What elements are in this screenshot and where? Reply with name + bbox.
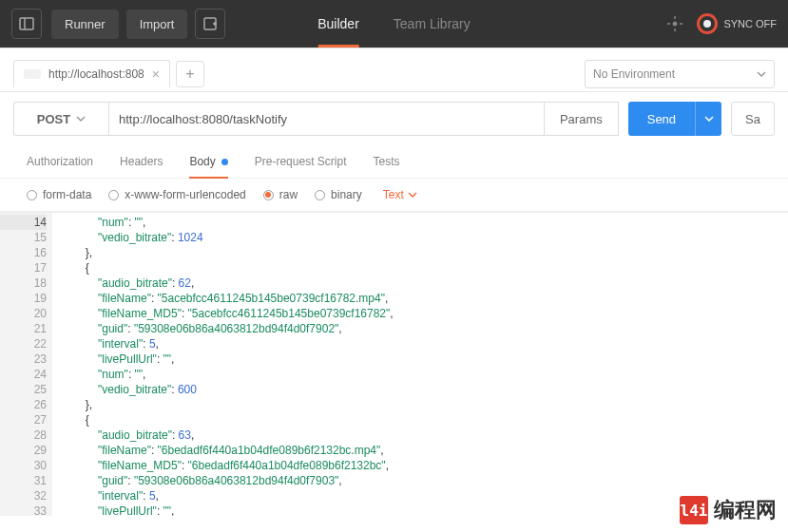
radio-urlencoded[interactable]: x-www-form-urlencoded	[108, 188, 245, 201]
topbar-center-tabs: Builder Team Library	[300, 0, 488, 48]
request-tab-label: http://localhost:808	[48, 67, 144, 81]
new-tab-button[interactable]: +	[176, 61, 204, 87]
request-tabs-row: http://localhost:808 × + No Environment	[0, 48, 788, 92]
url-row: POST Params Send Sa	[0, 92, 788, 145]
send-group: Send	[628, 102, 721, 136]
tab-favicon	[24, 69, 41, 79]
chevron-down-icon	[76, 114, 86, 124]
new-window-icon[interactable]	[195, 9, 225, 39]
svg-point-5	[673, 22, 677, 26]
url-input[interactable]	[108, 102, 545, 136]
chevron-down-icon	[757, 69, 766, 79]
svg-rect-0	[20, 18, 33, 29]
subtab-body[interactable]: Body	[189, 145, 227, 178]
raw-content-type-label: Text	[383, 188, 404, 201]
runner-button[interactable]: Runner	[51, 10, 119, 39]
radio-form-data[interactable]: form-data	[27, 188, 91, 201]
subtab-prerequest[interactable]: Pre-request Script	[255, 145, 347, 178]
radio-binary[interactable]: binary	[315, 188, 362, 201]
radio-raw[interactable]: raw	[263, 188, 298, 201]
content-area: http://localhost:808 × + No Environment …	[0, 48, 788, 532]
request-subtabs: Authorization Headers Body Pre-request S…	[0, 145, 788, 179]
capture-icon[interactable]	[664, 13, 685, 34]
tab-team-library[interactable]: Team Library	[376, 0, 488, 48]
chevron-down-icon	[408, 190, 417, 200]
editor-gutter: 1415161718192021222324252627282930313233…	[0, 213, 52, 516]
subtab-authorization[interactable]: Authorization	[27, 145, 93, 178]
sync-status[interactable]: SYNC OFF	[697, 13, 777, 34]
import-button[interactable]: Import	[126, 10, 188, 39]
request-tab[interactable]: http://localhost:808 ×	[13, 60, 170, 87]
method-label: POST	[37, 112, 70, 126]
send-dropdown[interactable]	[695, 102, 721, 136]
params-button[interactable]: Params	[545, 102, 619, 136]
subtab-headers[interactable]: Headers	[120, 145, 163, 178]
environment-select[interactable]: No Environment	[585, 60, 775, 88]
raw-content-type-select[interactable]: Text	[383, 188, 417, 201]
close-tab-icon[interactable]: ×	[152, 66, 160, 82]
modified-dot-icon	[221, 159, 228, 165]
save-button[interactable]: Sa	[731, 102, 775, 136]
send-button[interactable]: Send	[628, 102, 695, 136]
sync-label: SYNC OFF	[723, 18, 777, 29]
topbar: Runner Import Builder Team Library SYNC …	[0, 0, 788, 48]
subtab-tests[interactable]: Tests	[373, 145, 399, 178]
environment-label: No Environment	[593, 67, 675, 81]
chevron-down-icon	[704, 114, 714, 124]
sync-icon	[697, 13, 718, 34]
body-type-options: form-data x-www-form-urlencoded raw bina…	[0, 179, 788, 212]
sidebar-toggle-icon[interactable]	[11, 9, 42, 39]
editor-code[interactable]: "num": "", "vedio_bitrate": 1024 }, { "a…	[52, 213, 788, 516]
tab-builder[interactable]: Builder	[300, 0, 376, 48]
subtab-body-label: Body	[189, 155, 215, 168]
method-select[interactable]: POST	[13, 102, 108, 136]
body-editor[interactable]: 1415161718192021222324252627282930313233…	[0, 212, 788, 516]
